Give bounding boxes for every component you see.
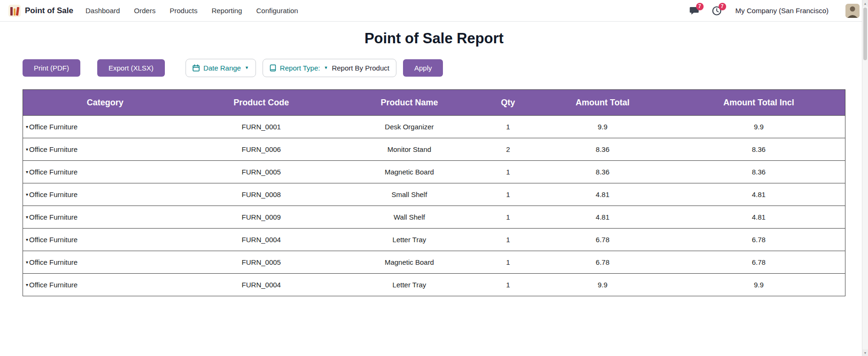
- product-name-cell: Monitor Stand: [335, 138, 483, 161]
- product-name-cell: Letter Tray: [335, 229, 483, 251]
- header-product-name: Product Name: [335, 90, 483, 116]
- qty-cell: 1: [483, 116, 533, 138]
- product-code-cell: FURN_0004: [187, 229, 335, 251]
- amount-total-incl-cell: 6.78: [673, 229, 845, 251]
- vertical-scrollbar[interactable]: ▲ ▼: [862, 0, 868, 356]
- amount-total-cell: 4.81: [533, 206, 673, 229]
- report-type-label: Report Type:: [280, 64, 320, 71]
- category-cell: ▾ Office Furniture: [23, 274, 187, 296]
- menu-item-reporting[interactable]: Reporting: [211, 7, 242, 15]
- activities-badge: 7: [719, 3, 726, 10]
- qty-cell: 1: [483, 274, 533, 296]
- product-code-cell: FURN_0008: [187, 183, 335, 206]
- expand-caret-icon[interactable]: ▾: [26, 170, 28, 174]
- app-switcher[interactable]: Point of Sale: [8, 5, 73, 17]
- amount-total-cell: 8.36: [533, 161, 673, 183]
- expand-caret-icon[interactable]: ▾: [26, 237, 28, 242]
- table-row: ▾ Office Furniture FURN_0004 Letter Tray…: [23, 229, 845, 251]
- app-title[interactable]: Point of Sale: [25, 6, 73, 16]
- qty-cell: 1: [483, 229, 533, 251]
- category-cell: ▾ Office Furniture: [23, 183, 187, 206]
- scroll-up-arrow[interactable]: ▲: [862, 0, 868, 7]
- systray: 7 7 My Company (San Francisco): [689, 4, 860, 18]
- book-icon: [270, 64, 276, 71]
- header-product-code: Product Code: [187, 90, 335, 116]
- product-name-cell: Magnetic Board: [335, 251, 483, 274]
- amount-total-cell: 6.78: [533, 251, 673, 274]
- report-table-container: Category Product Code Product Name Qty A…: [23, 89, 845, 296]
- qty-cell: 1: [483, 251, 533, 274]
- menu-item-orders[interactable]: Orders: [134, 7, 155, 15]
- amount-total-cell: 4.81: [533, 183, 673, 206]
- user-avatar[interactable]: [845, 4, 860, 18]
- header-category: Category: [23, 90, 187, 116]
- menu-item-configuration[interactable]: Configuration: [256, 7, 298, 15]
- product-name-cell: Small Shelf: [335, 183, 483, 206]
- amount-total-incl-cell: 8.36: [673, 161, 845, 183]
- category-cell: ▾ Office Furniture: [23, 138, 187, 161]
- table-row: ▾ Office Furniture FURN_0004 Letter Tray…: [23, 274, 845, 296]
- category-cell: ▾ Office Furniture: [23, 161, 187, 183]
- qty-cell: 1: [483, 183, 533, 206]
- menu-item-products[interactable]: Products: [170, 7, 197, 15]
- export-xlsx-button[interactable]: Export (XLSX): [97, 59, 165, 77]
- amount-total-incl-cell: 9.9: [673, 116, 845, 138]
- calendar-icon: [193, 64, 200, 71]
- category-cell: ▾ Office Furniture: [23, 251, 187, 274]
- menu-item-dashboard[interactable]: Dashboard: [85, 7, 120, 15]
- table-row: ▾ Office Furniture FURN_0001 Desk Organi…: [23, 116, 845, 138]
- expand-caret-icon[interactable]: ▾: [26, 260, 28, 265]
- product-code-cell: FURN_0004: [187, 274, 335, 296]
- product-code-cell: FURN_0005: [187, 251, 335, 274]
- product-name-cell: Magnetic Board: [335, 161, 483, 183]
- report-table: Category Product Code Product Name Qty A…: [23, 89, 845, 296]
- chevron-down-icon: ▼: [245, 66, 249, 70]
- amount-total-cell: 9.9: [533, 116, 673, 138]
- category-cell: ▾ Office Furniture: [23, 229, 187, 251]
- table-row: ▾ Office Furniture FURN_0005 Magnetic Bo…: [23, 251, 845, 274]
- header-amount-total: Amount Total: [533, 90, 673, 116]
- product-code-cell: FURN_0005: [187, 161, 335, 183]
- amount-total-incl-cell: 4.81: [673, 206, 845, 229]
- table-header-row: Category Product Code Product Name Qty A…: [23, 90, 845, 116]
- page-title: Point of Sale Report: [23, 30, 845, 47]
- qty-cell: 1: [483, 161, 533, 183]
- product-name-cell: Letter Tray: [335, 274, 483, 296]
- report-toolbar: Print (PDF) Export (XLSX) Date Range ▼ R…: [23, 57, 845, 78]
- date-range-label: Date Range: [203, 64, 241, 71]
- scrollbar-thumb[interactable]: [863, 8, 867, 60]
- chevron-down-icon: ▼: [324, 66, 328, 70]
- header-qty: Qty: [483, 90, 533, 116]
- table-row: ▾ Office Furniture FURN_0008 Small Shelf…: [23, 183, 845, 206]
- print-pdf-button[interactable]: Print (PDF): [23, 59, 80, 77]
- product-code-cell: FURN_0009: [187, 206, 335, 229]
- amount-total-incl-cell: 4.81: [673, 183, 845, 206]
- table-row: ▾ Office Furniture FURN_0005 Magnetic Bo…: [23, 161, 845, 183]
- header-amount-total-incl: Amount Total Incl: [673, 90, 845, 116]
- expand-caret-icon[interactable]: ▾: [26, 192, 28, 197]
- company-selector[interactable]: My Company (San Francisco): [736, 7, 829, 15]
- product-code-cell: FURN_0006: [187, 138, 335, 161]
- qty-cell: 1: [483, 206, 533, 229]
- report-type-dropdown[interactable]: Report Type: ▼ Report By Product: [263, 59, 396, 77]
- expand-caret-icon[interactable]: ▾: [26, 147, 28, 152]
- amount-total-cell: 8.36: [533, 138, 673, 161]
- main-menu: Dashboard Orders Products Reporting Conf…: [85, 7, 298, 15]
- table-row: ▾ Office Furniture FURN_0009 Wall Shelf …: [23, 206, 845, 229]
- amount-total-incl-cell: 8.36: [673, 138, 845, 161]
- scroll-down-arrow[interactable]: ▼: [862, 349, 868, 356]
- expand-caret-icon[interactable]: ▾: [26, 283, 28, 287]
- expand-caret-icon[interactable]: ▾: [26, 125, 28, 129]
- expand-caret-icon[interactable]: ▾: [26, 215, 28, 220]
- messages-button[interactable]: 7: [689, 5, 700, 16]
- category-cell: ▾ Office Furniture: [23, 206, 187, 229]
- odoo-apps-icon: [8, 5, 21, 17]
- amount-total-cell: 9.9: [533, 274, 673, 296]
- apply-button[interactable]: Apply: [403, 59, 443, 77]
- activities-button[interactable]: 7: [711, 5, 722, 16]
- report-table-body: ▾ Office Furniture FURN_0001 Desk Organi…: [23, 116, 845, 296]
- date-range-dropdown[interactable]: Date Range ▼: [186, 59, 256, 77]
- messages-badge: 7: [696, 3, 704, 10]
- amount-total-cell: 6.78: [533, 229, 673, 251]
- product-name-cell: Wall Shelf: [335, 206, 483, 229]
